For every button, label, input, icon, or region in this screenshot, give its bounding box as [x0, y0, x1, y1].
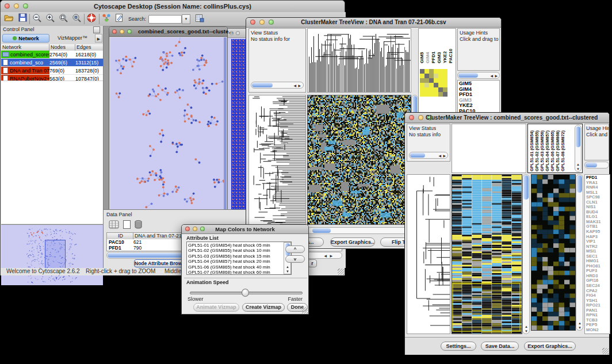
column-header-edges[interactable]: Edges: [75, 44, 103, 51]
minimize-icon[interactable]: [418, 115, 423, 120]
tab-vizmapper[interactable]: VizMapper™: [51, 34, 94, 43]
attribute-list-item[interactable]: GPL51-04 (GSM857) heat shock 20 min: [188, 259, 291, 264]
tv1-gene-label[interactable]: GIM3: [459, 98, 499, 104]
tv2-heatmap-vscrollbar[interactable]: ▲ ▼: [522, 174, 530, 334]
settings-button[interactable]: Settings...: [441, 342, 476, 351]
attribute-list-item[interactable]: GPL51-03 (GSM856) heat shock 15 min: [188, 254, 291, 259]
zoom-fit-icon[interactable]: [59, 13, 68, 25]
save-data-button[interactable]: Save Data...: [481, 342, 519, 351]
tv2-gene-label[interactable]: RPO21: [586, 303, 610, 308]
dialog-titlebar[interactable]: Map Colors to Network: [182, 225, 308, 234]
attribute-browser-tab-fragment[interactable]: r: [308, 259, 317, 267]
tv2-gene-label[interactable]: HMG1: [586, 259, 610, 264]
scroll-right-icon[interactable]: ▶: [298, 84, 301, 87]
tv2-gene-label[interactable]: PHO81: [586, 264, 610, 269]
scroll-up-icon[interactable]: ▲: [576, 163, 580, 166]
tv2-secondary-vscrollbar[interactable]: ▲ ▼: [576, 174, 583, 331]
tv1-gene-label[interactable]: GIM4: [459, 87, 499, 93]
resize-grip[interactable]: [301, 307, 308, 313]
network-table-row[interactable]: combined_scores2764(0)16218(0): [1, 51, 103, 59]
scroll-down-icon[interactable]: ▼: [576, 167, 580, 171]
tv1-gene-label[interactable]: YKE2: [459, 103, 499, 109]
create-vizmap-button[interactable]: Create Vizmap: [242, 303, 285, 312]
scroll-right-icon[interactable]: ▶: [495, 74, 498, 78]
open-file-icon[interactable]: [4, 13, 14, 25]
node-attribute-browser-tab[interactable]: Node Attribute Browser: [134, 259, 186, 267]
new-attribute-icon[interactable]: [123, 220, 131, 232]
scroll-left-icon[interactable]: ◀: [438, 154, 441, 158]
tab-overflow-arrow[interactable]: ▶: [95, 34, 102, 43]
tv2-gene-label[interactable]: YSH1: [586, 298, 610, 304]
tv1-usage-hscrollbar[interactable]: ◀ ▶: [457, 72, 500, 79]
scroll-left-icon[interactable]: ◀: [324, 254, 327, 258]
tv2-gene-label[interactable]: GTB1: [586, 224, 610, 229]
tv2-gene-label[interactable]: PAN1: [586, 308, 610, 313]
minimize-icon[interactable]: [236, 31, 240, 35]
scroll-down-icon[interactable]: ▼: [286, 270, 289, 273]
resize-grip[interactable]: [602, 348, 609, 354]
tv2-status-hscrollbar[interactable]: ◀ ▶: [409, 152, 448, 159]
resize-grip[interactable]: [338, 269, 344, 275]
tv1-main-heatmap[interactable]: [307, 95, 411, 225]
tv1-gene-label[interactable]: PFD1: [459, 92, 499, 98]
tv2-gene-label[interactable]: BUD4: [586, 210, 610, 215]
scroll-down-icon[interactable]: ▼: [578, 326, 582, 329]
zoom-window-icon[interactable]: [127, 29, 132, 34]
attribute-items[interactable]: GPL51-01 (GSM854) heat shock 05 minGPL51…: [187, 242, 291, 275]
tv2-gene-label[interactable]: FIG4: [586, 293, 610, 298]
import-table-icon[interactable]: [195, 13, 204, 25]
animate-vizmap-button[interactable]: Animate Vizmap: [193, 303, 239, 312]
tv2-gene-label[interactable]: PUF3: [586, 269, 610, 274]
tv1-status-hscrollbar[interactable]: ◀ ▶: [251, 82, 304, 89]
tv2-gene-label[interactable]: MSI1: [586, 249, 610, 254]
tv2-row-dendrogram[interactable]: [407, 174, 450, 334]
close-icon[interactable]: [112, 29, 117, 34]
network-table-row[interactable]: DNA and Tran 07769(0)183728(0): [1, 67, 103, 75]
tv1-export-graphics-button[interactable]: Export Graphics...: [330, 237, 375, 247]
tv2-gene-label[interactable]: HAP3: [586, 235, 610, 240]
tv2-column-dendrogram[interactable]: [452, 124, 526, 173]
tv2-secondary-heatmap[interactable]: [531, 174, 576, 331]
tv2-gene-label[interactable]: YRA1: [586, 181, 610, 186]
tv2-gene-label[interactable]: GPI16: [586, 278, 610, 283]
tv2-gene-label[interactable]: NIS1: [586, 205, 610, 210]
tv2-gene-label[interactable]: VIP1: [586, 239, 610, 244]
slider-thumb[interactable]: [242, 289, 249, 297]
scroll-right-icon[interactable]: ▶: [443, 154, 446, 158]
network-canvas[interactable]: [110, 37, 224, 209]
tv2-gene-label[interactable]: SEC24: [586, 283, 610, 289]
zoom-selected-icon[interactable]: [72, 13, 82, 25]
tv2-gene-label[interactable]: SPC98: [586, 195, 610, 200]
attribute-list-item[interactable]: GPL51-02 (GSM855) heat shock 10 min: [188, 248, 291, 253]
search-dropdown-button[interactable]: ▼: [182, 14, 190, 24]
save-session-icon[interactable]: [18, 13, 27, 25]
network-tree-empty-area[interactable]: [1, 81, 103, 224]
tv1-gene-label[interactable]: GIM5: [459, 81, 499, 87]
tv1-column-dendrogram[interactable]: [307, 28, 411, 93]
search-input[interactable]: [148, 15, 182, 24]
treeview1-titlebar[interactable]: ClusterMaker TreeView : DNA and Tran 07-…: [246, 18, 501, 28]
speed-slider[interactable]: [190, 289, 301, 296]
export-graphics-button[interactable]: Export Graphics...: [524, 342, 576, 351]
column-header-id[interactable]: ID: [107, 233, 133, 239]
attribute-list-item[interactable]: GPL51-07 (GSM868) heat shock 60 min: [188, 270, 291, 275]
tv1-row-dendrogram[interactable]: [248, 95, 306, 225]
scroll-left-icon[interactable]: ◀: [490, 74, 493, 78]
tv2-gene-label[interactable]: MAK31: [586, 220, 610, 225]
tv2-usage-hscrollbar[interactable]: [584, 162, 609, 168]
tv2-gene-label[interactable]: PFD1: [586, 175, 610, 181]
attribute-list-item[interactable]: GPL51-06 (GSM865) heat shock 40 min: [188, 265, 291, 270]
column-header-network[interactable]: Network: [1, 44, 49, 51]
network-table-header[interactable]: Network Nodes Edges: [1, 44, 103, 51]
tv2-gene-label[interactable]: CLN1: [586, 200, 610, 205]
zoom-in-icon[interactable]: [45, 13, 55, 25]
attribute-listbox[interactable]: GPL51-01 (GSM854) heat shock 05 minGPL51…: [186, 242, 292, 275]
zoom-out-icon[interactable]: [32, 13, 42, 25]
network-window-1[interactable]: combined_scores_good.txt--cluste...: [109, 26, 228, 212]
tv2-gene-label[interactable]: NTR2: [586, 244, 610, 250]
float-panel-icon[interactable]: [93, 26, 100, 33]
annotation-page-icon[interactable]: [115, 13, 124, 25]
tv1-hscrollbar[interactable]: [307, 227, 411, 234]
tv2-gene-label[interactable]: RPN1: [586, 313, 610, 318]
column-header-nodes[interactable]: Nodes: [49, 44, 75, 51]
